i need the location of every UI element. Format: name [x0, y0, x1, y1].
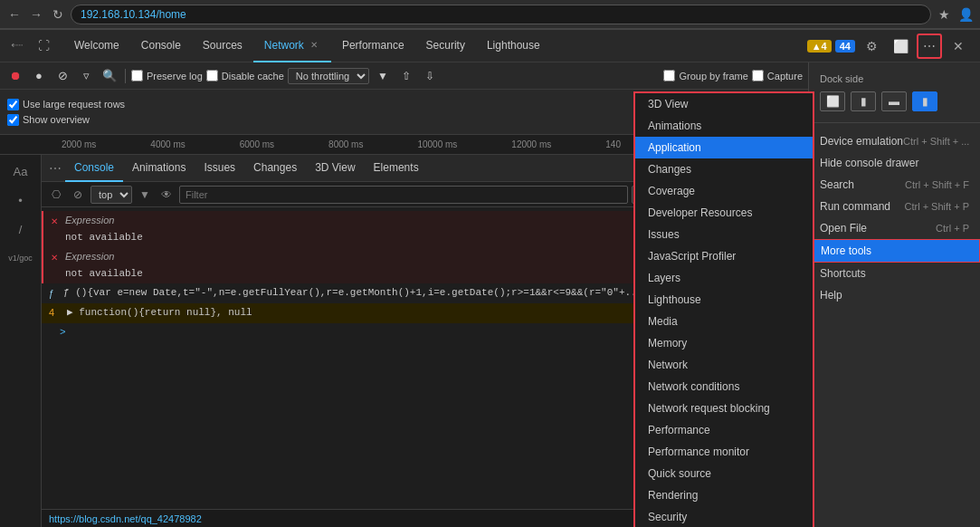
device-emulation-item[interactable]: Device emulation Ctrl + Shift + ... [809, 130, 980, 152]
submenu-3d-view[interactable]: 3D View [635, 93, 813, 115]
disable-cache-checkbox[interactable]: Disable cache [206, 70, 284, 81]
preserve-log-checkbox[interactable]: Preserve log [131, 70, 203, 81]
search-icon[interactable]: 🔍 [100, 66, 119, 86]
slash-icon[interactable]: / [8, 216, 33, 242]
tick-10000: 10000 ms [417, 139, 457, 149]
close-devtools-icon[interactable]: ✕ [946, 34, 971, 59]
console-line-1-content: Expression not available [65, 213, 143, 245]
capture-checkbox[interactable]: Capture [752, 70, 803, 81]
rp-menu-section: Device emulation Ctrl + Shift + ... Hide… [809, 123, 980, 313]
tab-console[interactable]: Console [130, 30, 192, 62]
console-clear-icon[interactable]: ⎔ [47, 186, 65, 204]
shortcuts-item[interactable]: Shortcuts [809, 263, 980, 284]
console-tabs-more[interactable]: ⋯ [45, 158, 65, 178]
submenu-layers[interactable]: Layers [635, 267, 813, 289]
console-context-select[interactable]: top [90, 186, 132, 204]
upload-icon[interactable]: ⇧ [396, 66, 416, 86]
submenu-performance-monitor[interactable]: Performance monitor [635, 441, 813, 463]
throttle-select[interactable]: No throttling [288, 68, 369, 84]
submenu-issues[interactable]: Issues [635, 224, 813, 245]
dot-icon[interactable]: • [8, 187, 33, 213]
submenu-memory[interactable]: Memory [635, 332, 813, 354]
submenu-media[interactable]: Media [635, 311, 813, 332]
console-ban-icon[interactable]: ⊘ [69, 186, 87, 204]
user-icon[interactable]: 👤 [958, 7, 973, 22]
submenu-rendering[interactable]: Rendering [635, 484, 813, 506]
submenu-lighthouse[interactable]: Lighthouse [635, 289, 813, 311]
ctab-3dview[interactable]: 3D View [306, 155, 364, 182]
dock-icons: ⬜ ▮ ▬ ▮ [809, 88, 980, 115]
console-context-arrow[interactable]: ▼ [136, 186, 154, 204]
submenu-security[interactable]: Security [635, 506, 813, 527]
submenu-quick-source[interactable]: Quick source [635, 463, 813, 484]
back-icon[interactable]: ← [7, 7, 22, 22]
tab-network[interactable]: Network ✕ [253, 30, 331, 62]
settings-icon[interactable]: ⚙ [859, 34, 884, 59]
help-item[interactable]: Help [809, 284, 980, 306]
submenu-changes[interactable]: Changes [635, 158, 813, 180]
network-toolbar: ⏺ ● ⊘ ▿ 🔍 Preserve log Disable cache No … [0, 62, 808, 90]
timeline-ticks: 2000 ms 4000 ms 6000 ms 8000 ms 10000 ms… [7, 139, 675, 149]
more-tools-item[interactable]: More tools [809, 239, 980, 263]
submenu-coverage[interactable]: Coverage [635, 180, 813, 202]
filter-icon[interactable]: ⊘ [52, 66, 72, 86]
tab-welcome[interactable]: Welcome [63, 30, 130, 62]
aa-icon[interactable]: Aa [8, 158, 33, 184]
hide-console-item[interactable]: Hide console drawer [809, 152, 980, 174]
open-file-item[interactable]: Open File Ctrl + P [809, 217, 980, 239]
funnel-icon[interactable]: ▿ [76, 66, 96, 86]
dock-left-icon[interactable]: ▮ [851, 91, 876, 111]
undock-icon[interactable]: ⬜ [820, 91, 845, 111]
submenu-application[interactable]: Application [635, 137, 813, 158]
dt-left-icons: ⬸ ⛶ [4, 34, 56, 59]
devtools-body: ⏺ ● ⊘ ▿ 🔍 Preserve log Disable cache No … [0, 62, 980, 527]
reload-icon[interactable]: ↻ [51, 7, 65, 22]
console-eye-icon[interactable]: 👁 [157, 186, 176, 204]
inspect-icon[interactable]: ⬸ [4, 34, 29, 59]
submenu-network[interactable]: Network [635, 354, 813, 376]
group-by-frame-checkbox[interactable]: Group by frame [663, 70, 747, 81]
bookmark-icon[interactable]: ★ [937, 7, 951, 22]
capture-input[interactable] [752, 70, 764, 81]
search-item[interactable]: Search Ctrl + Shift + F [809, 174, 980, 196]
ctab-animations[interactable]: Animations [123, 155, 195, 182]
dock-right-icon[interactable]: ▮ [912, 91, 937, 111]
disable-cache-input[interactable] [206, 70, 218, 81]
clear-icon[interactable]: ● [29, 66, 49, 86]
submenu-network-request-blocking[interactable]: Network request blocking [635, 398, 813, 419]
throttle-arrow-icon[interactable]: ▼ [373, 66, 393, 86]
record-icon[interactable]: ⏺ [5, 66, 25, 86]
group-by-frame-input[interactable] [663, 70, 675, 81]
tick-2000: 2000 ms [62, 139, 96, 149]
ctab-changes[interactable]: Changes [244, 155, 306, 182]
ctab-console[interactable]: Console [65, 155, 123, 182]
tab-sources[interactable]: Sources [192, 30, 253, 62]
ctab-issues[interactable]: Issues [195, 155, 244, 182]
url-bar[interactable]: 192.168.10.134/home [71, 5, 931, 24]
device-icon[interactable]: ⛶ [31, 34, 56, 59]
show-overview-input[interactable] [7, 114, 19, 126]
download-icon[interactable]: ⇩ [420, 66, 440, 86]
more-options-icon[interactable]: ⋯ [917, 34, 942, 59]
submenu-performance[interactable]: Performance [635, 419, 813, 441]
run-command-item[interactable]: Run command Ctrl + Shift + P [809, 196, 980, 217]
submenu-js-profiler[interactable]: JavaScript Profiler [635, 245, 813, 267]
tab-security[interactable]: Security [415, 30, 476, 62]
forward-icon[interactable]: → [29, 7, 43, 22]
dock-icon[interactable]: ⬜ [888, 34, 913, 59]
dock-bottom-icon[interactable]: ▬ [881, 91, 907, 111]
tab-lighthouse[interactable]: Lighthouse [476, 30, 551, 62]
preserve-log-input[interactable] [131, 70, 143, 81]
console-filter-input[interactable] [179, 186, 628, 204]
ctab-elements[interactable]: Elements [365, 155, 428, 182]
large-rows-input[interactable] [7, 99, 19, 110]
tab-performance[interactable]: Performance [331, 30, 415, 62]
warning-badge: ▲4 [807, 40, 832, 53]
submenu-network-conditions[interactable]: Network conditions [635, 376, 813, 398]
right-panel: Dock side ⬜ ▮ ▬ ▮ Device emulation Ctrl … [808, 62, 980, 527]
tab-network-close[interactable]: ✕ [308, 39, 320, 52]
submenu-developer-resources[interactable]: Developer Resources [635, 202, 813, 224]
submenu-animations[interactable]: Animations [635, 115, 813, 137]
v1-label: v1/goc [8, 245, 33, 271]
tick-12000: 12000 ms [511, 139, 551, 149]
